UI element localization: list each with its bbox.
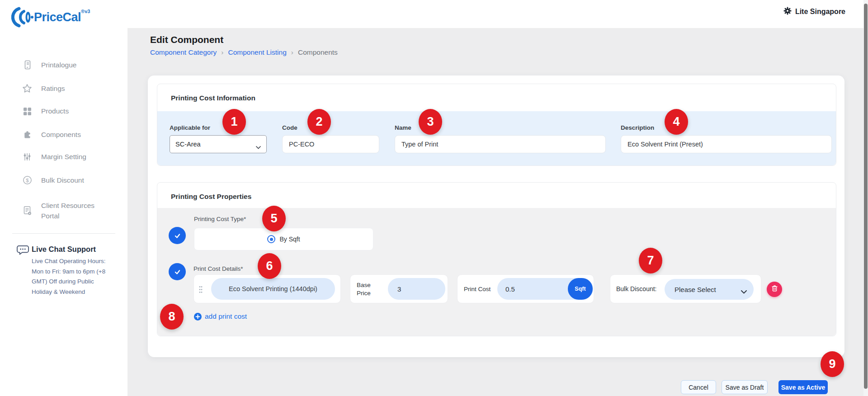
applicable-for-value: SC-Area [175,141,201,148]
pricecal-logo-mark [11,7,34,28]
chevron-down-icon [741,288,747,295]
printing-cost-information-title: Printing Cost Information [171,94,255,102]
top-bar [127,0,868,28]
gear-icon [783,7,792,17]
app-window: Lite Singapore PriceCal ®v3 Prin [0,0,868,396]
puzzle-icon [22,130,33,139]
drag-handle-icon[interactable] [199,286,203,295]
annotation-badge-9: 9 [821,351,844,377]
sidebar-item-label: Products [41,107,69,116]
add-print-cost-link[interactable]: add print cost [194,312,247,321]
applicable-for-label: Applicable for [170,124,210,131]
cancel-button[interactable]: Cancel [681,380,716,394]
sqft-unit-badge: Sqft [568,278,593,300]
annotation-badge-5: 5 [262,206,286,231]
breadcrumb-component-category[interactable]: Component Category [150,48,217,57]
bulk-discount-label: Bulk Discount: [616,285,656,293]
add-print-cost-label: add print cost [205,312,247,321]
bulk-discount-select[interactable]: Please Select [665,279,754,300]
dollar-icon: $ [22,175,33,185]
breadcrumb-component-listing[interactable]: Component Listing [228,48,287,57]
printing-cost-type-check-icon[interactable] [169,227,186,244]
description-input[interactable] [621,135,832,153]
save-as-draft-button[interactable]: Save as Draft [722,380,768,394]
sidebar-item-label: Margin Setting [41,152,86,161]
annotation-badge-1: 1 [222,109,246,135]
print-cost-value: 0.5 [505,285,515,293]
by-sqft-radio-label: By Sqft [279,236,300,243]
printing-cost-type-label: Printing Cost Type* [194,216,246,222]
page-title: Edit Component [150,34,223,45]
svg-text:$: $ [26,178,29,183]
print-cost-box: Print Cost 0.5 Sqft [457,274,594,303]
sliders-icon [22,152,33,161]
star-icon [22,84,33,94]
delete-print-cost-button[interactable] [767,282,782,297]
scrollbar-thumb[interactable] [864,4,868,389]
plus-circle-icon [194,313,202,321]
bulk-discount-box: Bulk Discount: Please Select [610,274,761,303]
document-icon [22,206,33,216]
sidebar-item-client-resources-portal[interactable]: Client Resources Portal [0,200,127,221]
brand-name: PriceCal [34,7,81,28]
sidebar-item-label: Bulk Discount [41,176,84,185]
sidebar-item-label: Printalogue [41,61,76,70]
print-cost-details-label: Print Cost Details* [193,265,243,272]
print-cost-details-check-icon[interactable] [169,263,186,280]
save-as-active-button[interactable]: Save as Active [778,380,828,394]
region-label: Lite Singapore [795,8,845,16]
brand-version: ®v3 [81,9,90,14]
annotation-badge-8: 8 [160,304,184,330]
sidebar-item-bulk-discount[interactable]: $ Bulk Discount [0,175,127,185]
description-label: Description [621,124,654,131]
chevron-right-icon: › [221,48,223,57]
print-name-input[interactable]: Eco Solvent Printing (1440dpi) [211,278,335,300]
base-price-input[interactable]: 3 [388,278,445,300]
annotation-badge-3: 3 [419,109,442,135]
sidebar-item-products[interactable]: Products [0,107,127,116]
sidebar-item-printalogue[interactable]: Printalogue [0,60,127,70]
printing-cost-properties-title: Printing Cost Properties [171,193,251,201]
annotation-badge-6: 6 [258,253,281,279]
print-cost-input[interactable]: 0.5 Sqft [497,278,593,300]
sidebar-divider [12,233,115,234]
sidebar-item-label: Client Resources Portal [41,200,101,221]
region-selector[interactable]: Lite Singapore [783,7,845,17]
base-price-label: Base Price [357,281,377,297]
phone-icon [22,60,33,70]
printing-cost-type-box: By Sqft [194,228,373,250]
base-price-box: Base Price 3 [350,274,448,303]
chevron-right-icon: › [291,48,293,57]
pricecal-logo: PriceCal ®v3 [11,7,90,28]
sidebar-item-margin-setting[interactable]: Margin Setting [0,152,127,161]
sidebar: PriceCal ®v3 Printalogue Ratings [0,0,127,396]
code-label: Code [282,124,297,131]
breadcrumb: Component Category › Component Listing ›… [150,48,338,57]
chat-bubble-icon [17,245,29,258]
code-input[interactable] [282,135,379,153]
live-chat-support-title: Live Chat Support [32,245,96,254]
sidebar-item-label: Ratings [41,84,65,93]
sidebar-item-label: Components [41,130,81,139]
sidebar-item-ratings[interactable]: Ratings [0,84,127,94]
name-label: Name [395,124,411,131]
grid-icon [22,107,33,116]
name-input[interactable] [395,135,606,153]
chevron-down-icon [256,143,261,151]
trash-icon [771,285,778,294]
sidebar-item-components[interactable]: Components [0,130,127,139]
breadcrumb-components: Components [298,48,338,57]
applicable-for-select[interactable]: SC-Area [170,135,267,153]
by-sqft-radio[interactable] [267,235,275,243]
annotation-badge-2: 2 [307,109,331,135]
annotation-badge-4: 4 [665,109,688,135]
annotation-badge-7: 7 [639,248,662,273]
bulk-discount-value: Please Select [675,286,716,293]
live-chat-support-hours: Live Chat Operating Hours: Mon to Fri: 9… [32,256,113,297]
print-cost-label: Print Cost [464,285,491,293]
printing-cost-information-card: Printing Cost Information Applicable for… [157,84,836,166]
